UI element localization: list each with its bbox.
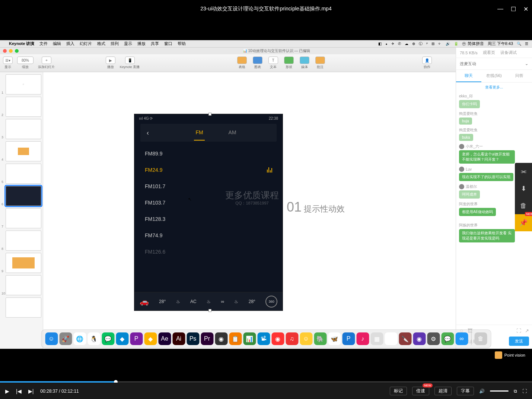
load-more-link[interactable]: 查看更多... (456, 83, 532, 92)
dock-temp[interactable]: 28° (159, 299, 166, 304)
chrome-icon[interactable]: 🌐 (73, 332, 86, 345)
tab-qa[interactable]: 问答 (507, 70, 532, 82)
app-icon[interactable]: 📋 (229, 332, 242, 345)
slide-canvas[interactable]: ıııl 4G ⟳ 22:38 ‹ FM AM FM89.9 FM24.9 FM… (43, 72, 456, 349)
menu-view[interactable]: 显示 (124, 41, 132, 46)
quality-button[interactable]: 超清 (434, 387, 452, 395)
trash-icon[interactable]: 🗑 (474, 332, 487, 345)
status-icon[interactable]: ⬥ (385, 42, 388, 46)
subtitle-button[interactable]: 字幕 (457, 387, 474, 395)
slide-thumb[interactable] (6, 119, 41, 139)
status-icon[interactable]: ⊞ (431, 42, 434, 46)
list-item[interactable]: FM126.6 (134, 244, 283, 260)
list-item[interactable]: FM24.9 (134, 162, 283, 178)
slide-thumb[interactable]: P (6, 74, 41, 94)
ime-indicator[interactable]: ㊥ 简体拼音 (462, 41, 484, 46)
tb-play[interactable]: ▶播放 (106, 57, 115, 70)
menu-file[interactable]: 文件 (39, 41, 48, 46)
list-item[interactable]: FM101.7 (134, 178, 283, 194)
menu-window[interactable]: 窗口 (164, 41, 172, 46)
slide-thumb[interactable] (6, 275, 41, 295)
tb-text[interactable]: T文本 (268, 57, 278, 70)
popout-icon[interactable]: ↗ (525, 328, 529, 334)
slide-navigator[interactable]: 1P 2 3 4 5 6 7 8 9 10 (0, 72, 43, 349)
settings-icon[interactable]: ⚙ (427, 332, 440, 345)
menu-help[interactable]: 帮助 (178, 41, 186, 46)
volume-icon[interactable]: 🔊 (446, 42, 450, 46)
menu-format[interactable]: 格式 (97, 41, 105, 46)
numbers-icon[interactable]: 📊 (243, 332, 256, 345)
seat-icon[interactable]: ♨ (176, 299, 180, 304)
app-icon[interactable]: ✎ (385, 332, 397, 345)
search-icon[interactable]: 🔍 (517, 42, 521, 46)
menu-insert[interactable]: 插入 (66, 41, 74, 46)
wifi-icon[interactable]: ᯤ (438, 42, 442, 46)
tb-media[interactable]: 媒体 (300, 57, 309, 70)
notification-icon[interactable]: ☰ (525, 42, 528, 46)
mark-button[interactable]: 标记 (390, 387, 407, 395)
keynote-icon[interactable]: 📽 (257, 332, 270, 345)
play-button[interactable]: ▶ (5, 388, 9, 394)
app-menu[interactable]: Keynote 讲演 (9, 41, 34, 46)
share-icon[interactable]: ⫘ (515, 163, 532, 180)
minimize-button[interactable]: — (497, 6, 503, 13)
ac-button[interactable]: AC (190, 299, 197, 304)
music-icon[interactable]: ♪ (356, 332, 369, 345)
download-icon[interactable]: ⬇ (515, 180, 532, 197)
status-icon[interactable]: ⊕ (412, 42, 415, 46)
tb-view[interactable]: ☰▾显示 (3, 57, 13, 70)
tb-zoom[interactable]: 80%缩放 (17, 57, 34, 70)
slide-thumb[interactable] (6, 186, 41, 206)
tb-chart[interactable]: 图表 (253, 57, 262, 70)
app-icon[interactable]: 💬 (441, 332, 454, 345)
tb-table[interactable]: 表格 (237, 57, 247, 70)
tab-online[interactable]: 在线(56) (481, 70, 507, 82)
prev-button[interactable]: |◀ (16, 388, 22, 394)
section-mic[interactable]: 连麦互动⌄ (456, 58, 532, 70)
list-item[interactable]: FM89.9 (134, 145, 283, 162)
list-item[interactable]: FM103.7 (134, 194, 283, 211)
traffic-max-icon[interactable] (15, 49, 19, 53)
maximize-button[interactable]: ☐ (511, 6, 516, 13)
status-icon[interactable]: ◧ (378, 42, 382, 46)
qq-icon[interactable]: 🐧 (87, 332, 100, 345)
app-icon[interactable]: ◉ (215, 332, 227, 345)
tab-fm[interactable]: FM (194, 125, 204, 141)
app-icon[interactable]: ◉ (271, 332, 284, 345)
clock[interactable]: 周三 下午8:43 (488, 41, 513, 46)
slide-thumb[interactable] (6, 297, 41, 318)
app-icon[interactable]: ∞ (455, 332, 468, 345)
traffic-min-icon[interactable] (9, 49, 13, 53)
app-icon[interactable]: ◉ (413, 332, 426, 345)
speed-button[interactable]: 倍速 (412, 387, 429, 395)
status-icon[interactable]: ☁ (405, 42, 408, 46)
send-button[interactable]: 发送 (509, 337, 529, 346)
tb-remote[interactable]: 📱Keynote 直播 (120, 57, 140, 70)
app-icon[interactable]: P (342, 332, 355, 345)
expand-icon[interactable]: ⛶ (516, 328, 521, 334)
finder-icon[interactable]: ☺ (45, 332, 58, 345)
link-icon[interactable]: ∞ (221, 299, 224, 304)
slide-thumb[interactable] (6, 231, 41, 251)
status-icon[interactable]: ✈ (391, 42, 394, 46)
ps-icon[interactable]: Ps (187, 332, 199, 345)
menu-play[interactable]: 播放 (137, 41, 146, 46)
status-icon[interactable]: Ⓛ (419, 41, 423, 46)
volume-slider[interactable] (490, 390, 509, 392)
tab-chat[interactable]: 聊天 (456, 70, 481, 82)
menu-slide[interactable]: 幻灯片 (80, 41, 92, 46)
app-icon[interactable]: 🔪 (399, 332, 411, 345)
tab-am[interactable]: AM (227, 125, 238, 141)
airflow-icon[interactable]: ♨ (207, 299, 211, 304)
seat-icon[interactable]: ♨ (234, 299, 238, 304)
launchpad-icon[interactable]: 🚀 (59, 332, 72, 345)
ai-icon[interactable]: Ai (172, 332, 185, 345)
pip-icon[interactable]: ⧉ (514, 389, 517, 394)
tb-add-slide[interactable]: ＋添加幻灯片 (38, 57, 55, 70)
next-button[interactable]: ▶| (28, 388, 34, 394)
slide-thumb[interactable] (6, 164, 41, 184)
menu-share[interactable]: 共享 (151, 41, 159, 46)
tb-collab[interactable]: 👤协作 (422, 57, 432, 70)
phone-mockup[interactable]: ıııl 4G ⟳ 22:38 ‹ FM AM FM89.9 FM24.9 FM… (134, 114, 283, 311)
netease-icon[interactable]: ♫ (286, 332, 298, 345)
